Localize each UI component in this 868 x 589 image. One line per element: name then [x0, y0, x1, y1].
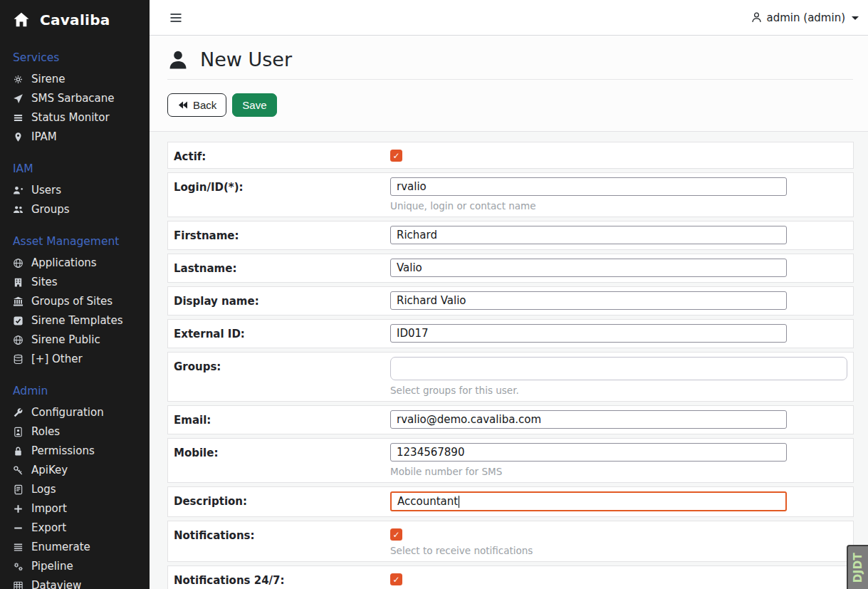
- sidebar-item-ipam[interactable]: IPAM: [0, 127, 150, 147]
- sidebar-item-sites[interactable]: Sites: [0, 273, 150, 292]
- mobile-input[interactable]: [390, 443, 787, 462]
- person-plus-icon: [13, 185, 23, 196]
- sidebar-item-label: Pipeline: [31, 561, 73, 573]
- topbar: admin (admin): [150, 0, 868, 36]
- caret-down-icon: [852, 16, 859, 20]
- brand-logo[interactable]: Cavaliba: [0, 0, 150, 36]
- sidebar-item-label: Status Monitor: [31, 112, 110, 124]
- notifications-help-text: Select to receive notifications: [390, 545, 847, 556]
- globe-icon: [13, 335, 23, 345]
- table-icon: [13, 580, 23, 589]
- notifications_24_7-checkbox[interactable]: ✓: [390, 573, 402, 585]
- sidebar-item-export[interactable]: Export: [0, 518, 150, 538]
- person-badge-icon: [13, 427, 23, 437]
- gears-icon: [13, 561, 23, 572]
- external_id-input[interactable]: [390, 324, 787, 343]
- actif-control: ✓: [390, 147, 847, 162]
- user-menu-label: admin (admin): [767, 11, 845, 24]
- mobile-label: Mobile:: [174, 443, 390, 459]
- sidebar-item-roles[interactable]: Roles: [0, 422, 150, 442]
- firstname-input[interactable]: [390, 226, 787, 244]
- display_name-input[interactable]: [390, 291, 787, 310]
- sidebar-item-label: ApiKey: [31, 464, 68, 476]
- lastname-control: [390, 259, 847, 277]
- form-row-email: Email:: [167, 405, 854, 434]
- groups-control: Select groups for this user.: [390, 357, 847, 396]
- form-row-external_id: External ID:: [167, 319, 854, 348]
- key-icon: [13, 465, 23, 476]
- sidebar-item-sms-sarbacane[interactable]: SMS Sarbacane: [0, 89, 150, 108]
- sidebar-item--other[interactable]: [+] Other: [0, 350, 150, 369]
- groups-select[interactable]: [390, 357, 847, 380]
- menu-toggle-icon[interactable]: [168, 11, 184, 25]
- notifications-checkbox[interactable]: ✓: [390, 528, 402, 541]
- sidebar-item-logs[interactable]: Logs: [0, 480, 150, 499]
- display_name-control: [390, 291, 847, 310]
- sidebar-item-users[interactable]: Users: [0, 181, 150, 200]
- sidebar-item-dataview[interactable]: Dataview: [0, 576, 150, 589]
- page-title: New User: [200, 48, 292, 71]
- form-row-login_id: Login/ID(*):Unique, login or contact nam…: [167, 172, 854, 217]
- sidebar-item-groups[interactable]: Groups: [0, 200, 150, 219]
- sidebar-section-iam[interactable]: IAM: [0, 162, 150, 175]
- sidebar-section-asset-management[interactable]: Asset Management: [0, 235, 150, 248]
- sidebar-item-import[interactable]: Import: [0, 499, 150, 518]
- form-row-groups: Groups:Select groups for this user.: [167, 352, 854, 402]
- form-row-actif: Actif:✓: [167, 142, 854, 169]
- sidebar-item-label: Logs: [31, 484, 56, 496]
- form-row-mobile: Mobile:Mobile number for SMS: [167, 438, 854, 483]
- brand-name: Cavaliba: [40, 11, 110, 28]
- user-menu[interactable]: admin (admin): [751, 11, 859, 24]
- sidebar-section-services[interactable]: Services: [0, 51, 150, 64]
- back-button-label: Back: [193, 98, 216, 112]
- sidebar-item-label: Groups of Sites: [31, 296, 113, 308]
- sidebar-item-sirene-templates[interactable]: Sirene Templates: [0, 311, 150, 330]
- sidebar-section-admin[interactable]: Admin: [0, 385, 150, 397]
- gear-icon: [13, 74, 23, 85]
- sidebar-item-apikey[interactable]: ApiKey: [0, 461, 150, 480]
- sidebar-item-label: Sirene Public: [31, 334, 100, 346]
- journal-icon: [13, 484, 23, 495]
- sidebar-item-label: [+] Other: [31, 353, 83, 365]
- login_id-control: Unique, login or contact name: [390, 177, 847, 212]
- external_id-label: External ID:: [174, 324, 390, 340]
- sidebar-item-permissions[interactable]: Permissions: [0, 442, 150, 461]
- person-icon: [751, 11, 763, 24]
- description-control: Accountant: [390, 491, 847, 511]
- bars-icon: [13, 113, 23, 123]
- debug-toolbar-handle[interactable]: DJDT: [847, 545, 868, 589]
- sidebar-item-label: Sirene Templates: [31, 315, 123, 327]
- login_id-input[interactable]: [390, 177, 787, 196]
- sidebar-item-sirene-public[interactable]: Sirene Public: [0, 330, 150, 350]
- email-label: Email:: [174, 410, 390, 427]
- sidebar-item-status-monitor[interactable]: Status Monitor: [0, 108, 150, 127]
- home-icon: [13, 11, 30, 28]
- mobile-control: Mobile number for SMS: [390, 443, 847, 477]
- sidebar-item-configuration[interactable]: Configuration: [0, 403, 150, 422]
- actif-checkbox[interactable]: ✓: [390, 150, 402, 162]
- sidebar-item-label: Roles: [31, 426, 60, 438]
- description-input[interactable]: Accountant: [390, 491, 787, 511]
- sidebar-item-pipeline[interactable]: Pipeline: [0, 557, 150, 576]
- email-input[interactable]: [390, 410, 787, 429]
- sidebar-item-enumerate[interactable]: Enumerate: [0, 538, 150, 557]
- geo-pin-icon: [13, 132, 23, 142]
- save-button[interactable]: Save: [232, 93, 276, 117]
- sidebar-item-groups-of-sites[interactable]: Groups of Sites: [0, 292, 150, 311]
- back-button[interactable]: Back: [167, 93, 226, 117]
- sidebar-item-label: Permissions: [31, 445, 95, 457]
- people-icon: [13, 204, 23, 215]
- page-header: New User Back Save: [150, 36, 868, 132]
- groups-help-text: Select groups for this user.: [390, 385, 847, 396]
- sidebar-item-label: SMS Sarbacane: [31, 93, 115, 105]
- debug-toolbar-label: DJDT: [852, 553, 864, 583]
- lastname-input[interactable]: [390, 259, 787, 277]
- sidebar-item-sirene[interactable]: Sirene: [0, 70, 150, 89]
- notifications_24_7-control: ✓Select to receive notifications outside…: [390, 570, 847, 589]
- description-value: Accountant: [397, 495, 458, 508]
- check-square-icon: [13, 316, 23, 326]
- firstname-label: Firstname:: [174, 226, 390, 242]
- form-row-notifications_24_7: Notifications 24/7:✓Select to receive no…: [167, 565, 854, 589]
- login_id-label: Login/ID(*):: [174, 177, 390, 194]
- sidebar-item-applications[interactable]: Applications: [0, 254, 150, 273]
